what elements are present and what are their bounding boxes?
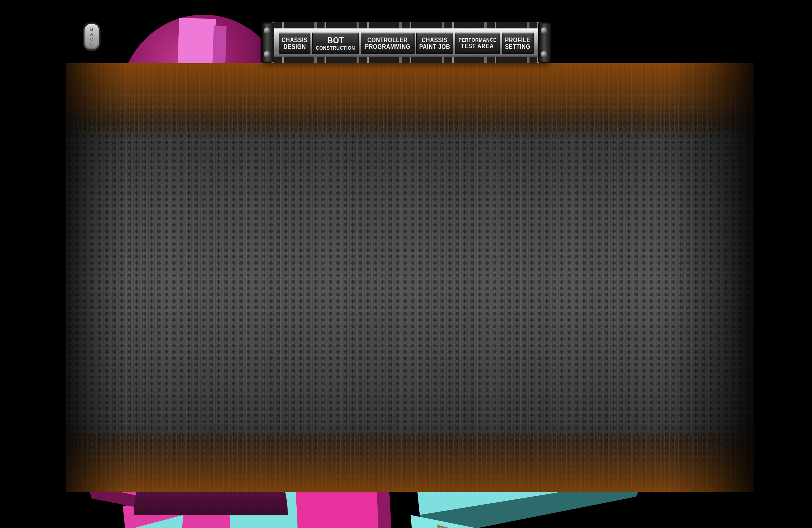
back-button-label: BACK xyxy=(89,27,94,47)
tab-label: CHASSIS xyxy=(422,37,448,43)
back-button[interactable]: BACK xyxy=(83,23,101,51)
tab-label: CONTROLLER xyxy=(367,37,408,43)
tab-label: PROGRAMMING xyxy=(365,43,410,50)
tab-label: TEST AREA xyxy=(461,43,494,49)
tab-label: PROFILE xyxy=(505,37,530,43)
tab-profile-setting[interactable]: PROFILE SETTING xyxy=(502,33,534,54)
tab-performance-test-area[interactable]: PERFORMANCE TEST AREA xyxy=(455,33,500,54)
tab-label: PAINT JOB xyxy=(419,43,450,50)
tab-chassis-design[interactable]: CHASSIS DESIGN xyxy=(279,33,310,54)
tab-label: CONSTRUCTION xyxy=(316,45,355,51)
nav-top-rail xyxy=(272,22,541,29)
circuit-board-background xyxy=(66,63,754,492)
nav-left-endcap xyxy=(261,23,274,62)
profile-setting-screen: BACK CHASSIS DESIGN BOT CONSTRUCTION CON… xyxy=(0,0,812,528)
tab-chassis-paint-job[interactable]: CHASSIS PAINT JOB xyxy=(416,33,453,54)
top-nav-bar: CHASSIS DESIGN BOT CONSTRUCTION CONTROLL… xyxy=(263,22,549,63)
tab-label: SETTING xyxy=(505,43,530,50)
tab-label: CHASSIS xyxy=(282,37,308,43)
tab-bot-construction[interactable]: BOT CONSTRUCTION xyxy=(312,33,359,54)
nav-tabs: CHASSIS DESIGN BOT CONSTRUCTION CONTROLL… xyxy=(279,33,534,54)
tab-label: PERFORMANCE xyxy=(459,37,496,43)
nav-right-endcap xyxy=(538,23,551,62)
tab-label: BOT xyxy=(327,36,344,45)
tab-label: DESIGN xyxy=(284,43,306,50)
board-tint-overlay xyxy=(66,63,754,492)
tab-controller-programming[interactable]: CONTROLLER PROGRAMMING xyxy=(361,33,415,54)
nav-bottom-rail xyxy=(272,56,541,63)
